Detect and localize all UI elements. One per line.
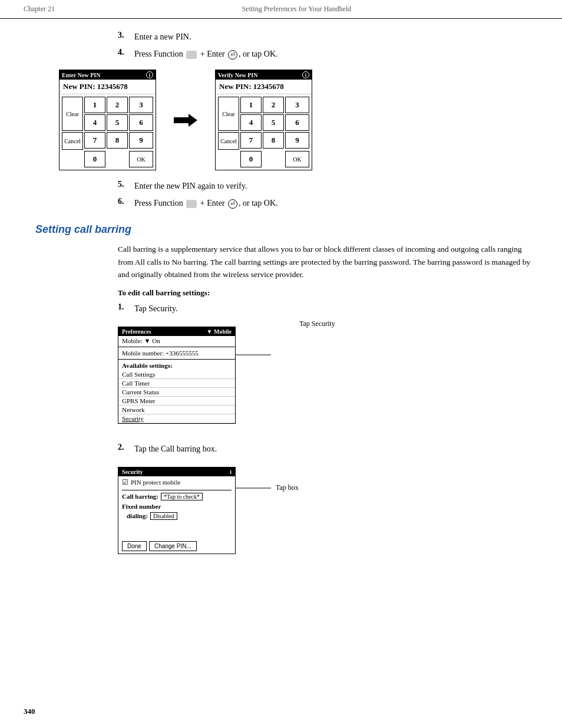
enter-pin-title: Enter New PIN: [62, 72, 100, 78]
verify-pin-info-icon: i: [302, 71, 309, 78]
prefs-mobile-number: Mobile number: +336555555: [118, 348, 235, 358]
step-6-text: Press Function + Enter ⏎, or tap OK.: [134, 197, 278, 209]
vkey-2[interactable]: 2: [263, 97, 284, 113]
pin-protect-checkbox[interactable]: ☑: [122, 478, 128, 487]
vkey-5[interactable]: 5: [263, 114, 284, 131]
done-button[interactable]: Done: [122, 541, 147, 551]
prefs-item-security[interactable]: Security: [118, 414, 235, 423]
step-6: 6. Press Function + Enter ⏎, or tap OK.: [118, 197, 538, 209]
step-5-number: 5.: [118, 180, 134, 189]
prefs-diagram: Preferences ▼ Mobile Mobile: ▼ On Mobile…: [118, 319, 538, 431]
enter-pin-title-bar: Enter New PIN i: [59, 70, 156, 80]
key-1[interactable]: 1: [84, 97, 105, 113]
clear-button[interactable]: Clear: [62, 97, 83, 131]
vclear-button[interactable]: Clear: [218, 97, 239, 131]
page-content: 3. Enter a new PIN. 4. Press Function + …: [0, 19, 562, 585]
section-heading: Setting call barring: [35, 223, 538, 236]
step-4: 4. Press Function + Enter ⏎, or tap OK.: [118, 48, 538, 60]
chapter-title: Setting Preferences for Your Handheld: [242, 5, 352, 14]
security-dialog: Security i ☑ PIN protect mobile Call bar…: [118, 467, 236, 554]
vkey-3[interactable]: 3: [285, 97, 309, 113]
subsection-label: To edit call barring settings:: [118, 288, 538, 298]
prefs-available-label: Available settings:: [118, 361, 235, 370]
step-4-number: 4.: [118, 48, 134, 57]
enter-pin-info-icon: i: [146, 71, 153, 78]
enter-pin-display: New PIN: 12345678: [59, 80, 156, 94]
fixed-number-label: Fixed number: [122, 503, 161, 510]
prefs-item-call-settings[interactable]: Call Settings: [118, 370, 235, 379]
dialing-label: dialing:: [127, 512, 148, 519]
security-info-icon: i: [230, 469, 232, 475]
steps-middle: 5. Enter the new PIN again to verify. 6.…: [118, 180, 538, 209]
step-2-number: 2.: [118, 443, 134, 452]
callout-tap-box: Tap box: [276, 483, 299, 492]
step-2-callbarring: 2. Tap the Call barring box.: [118, 443, 538, 455]
key-3[interactable]: 3: [129, 97, 153, 113]
step-5-text: Enter the new PIN again to verify.: [134, 180, 247, 192]
prefs-mobile-label: ▼ Mobile: [207, 328, 232, 335]
verify-new-pin-dialog: Verify New PIN i New PIN: 12345678 1 2 3…: [215, 70, 312, 170]
enter-icon-2: ⏎: [228, 199, 237, 209]
verify-pin-title-bar: Verify New PIN i: [216, 70, 312, 80]
prefs-item-network[interactable]: Network: [118, 406, 235, 414]
section-body: Call barring is a supplementary service …: [118, 243, 538, 281]
step-3-number: 3.: [118, 31, 134, 40]
cancel-button[interactable]: Cancel: [62, 132, 83, 150]
function-icon: [186, 51, 197, 59]
dialing-value[interactable]: Disabled: [150, 512, 177, 520]
key-9[interactable]: 9: [129, 132, 153, 149]
key-4[interactable]: 4: [84, 114, 105, 131]
key-8[interactable]: 8: [107, 132, 128, 149]
steps-top: 3. Enter a new PIN. 4. Press Function + …: [118, 31, 538, 60]
page-header: Chapter 21 Setting Preferences for Your …: [0, 0, 562, 19]
verify-pin-grid: 1 2 3 Clear 4 5 6 7 8 9 Cancel 0 OK: [216, 94, 312, 170]
step-3-text: Enter a new PIN.: [134, 31, 191, 43]
step-1-text: Tap Security.: [134, 302, 178, 315]
security-section: Security i ☑ PIN protect mobile Call bar…: [118, 460, 538, 561]
prefs-divider-2: [118, 359, 235, 360]
call-barring-row: Call barring: *Tap to check*: [118, 492, 235, 502]
pin-protect-label: PIN protect mobile: [131, 479, 180, 486]
prefs-item-call-timer[interactable]: Call Timer: [118, 379, 235, 388]
page-footer: 340: [24, 707, 35, 716]
step-1-security: 1. Tap Security.: [118, 302, 538, 315]
vok-button[interactable]: OK: [285, 151, 309, 167]
function-icon-2: [186, 200, 197, 208]
ok-button[interactable]: OK: [129, 151, 153, 167]
step-5: 5. Enter the new PIN again to verify.: [118, 180, 538, 192]
chapter-label: Chapter 21: [24, 5, 55, 14]
prefs-item-current-status[interactable]: Current Status: [118, 388, 235, 397]
step-4-text: Press Function + Enter ⏎, or tap OK.: [134, 48, 278, 60]
keypad-area: Enter New PIN i New PIN: 12345678 1 2 3 …: [59, 70, 538, 170]
prefs-mobile-row: Mobile: ▼ On: [118, 336, 235, 345]
prefs-item-gprs-meter[interactable]: GPRS Meter: [118, 397, 235, 406]
vkey-4[interactable]: 4: [240, 114, 262, 131]
key-2[interactable]: 2: [107, 97, 128, 113]
security-footer: Done Change PIN...: [118, 538, 235, 554]
key-7[interactable]: 7: [84, 132, 105, 149]
vkey-1[interactable]: 1: [240, 97, 262, 113]
vkey-9[interactable]: 9: [285, 132, 309, 149]
vkey-6[interactable]: 6: [285, 114, 309, 131]
fixed-number-row: Fixed number dialing: Disabled: [118, 502, 235, 521]
key-0[interactable]: 0: [84, 151, 105, 167]
step-6-number: 6.: [118, 197, 134, 206]
svg-marker-0: [174, 114, 197, 127]
prefs-title: Preferences: [122, 328, 151, 335]
security-title-bar: Security i: [118, 467, 235, 476]
vkey-8[interactable]: 8: [263, 132, 284, 149]
call-barring-label: Call barring:: [122, 493, 158, 500]
key-6[interactable]: 6: [129, 114, 153, 131]
vcancel-button[interactable]: Cancel: [218, 132, 239, 150]
change-pin-button[interactable]: Change PIN...: [149, 541, 197, 551]
key-5[interactable]: 5: [107, 114, 128, 131]
vkey-7[interactable]: 7: [240, 132, 262, 149]
verify-pin-title: Verify New PIN: [218, 72, 257, 78]
call-barring-value[interactable]: *Tap to check*: [161, 493, 203, 500]
callout-line-2: [236, 482, 271, 494]
security-title: Security: [122, 469, 143, 475]
vkey-0[interactable]: 0: [240, 151, 262, 167]
verify-pin-display: New PIN: 12345678: [216, 80, 312, 94]
callout-line-svg: [236, 355, 295, 402]
enter-new-pin-dialog: Enter New PIN i New PIN: 12345678 1 2 3 …: [59, 70, 156, 170]
